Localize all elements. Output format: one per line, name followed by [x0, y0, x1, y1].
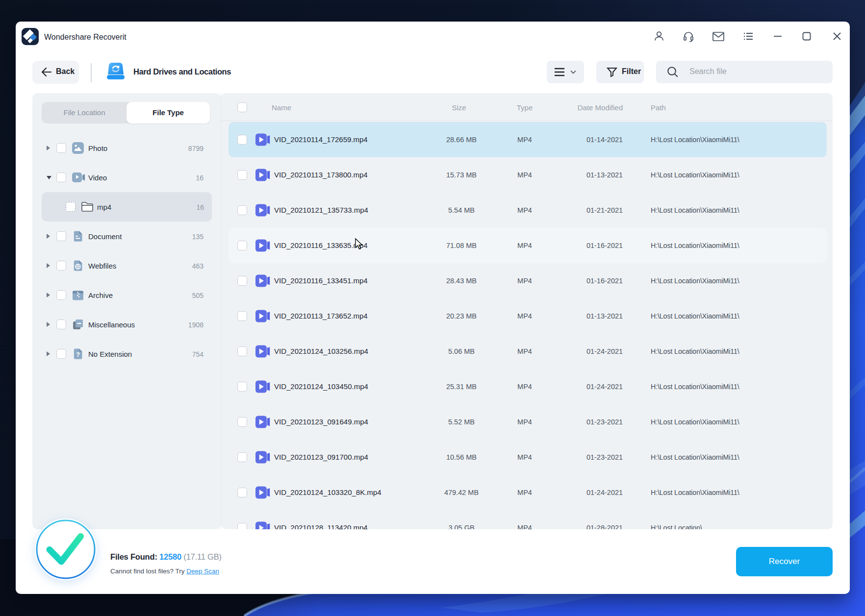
- svg-text:?: ?: [76, 351, 80, 358]
